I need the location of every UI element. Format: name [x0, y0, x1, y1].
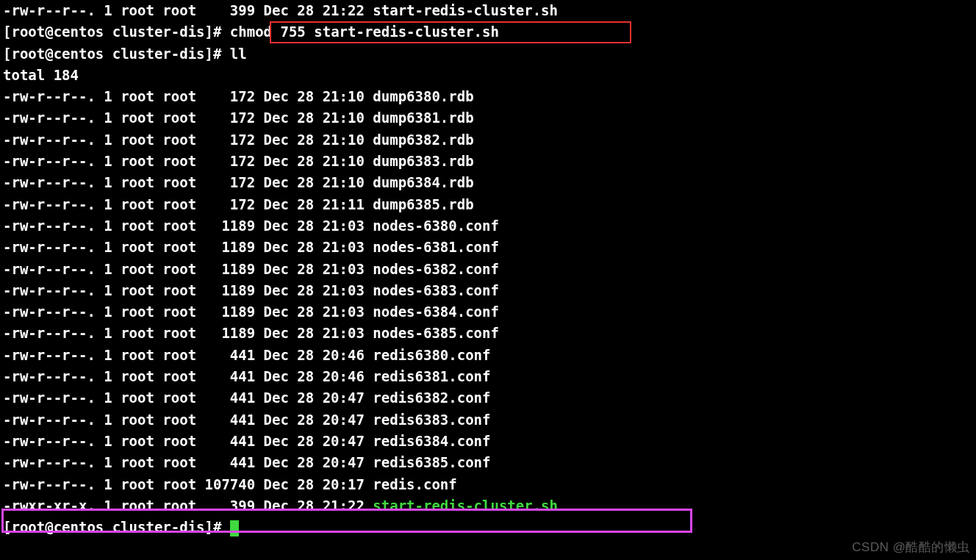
file-row: -rw-r--r--. 1 root root 172 Dec 28 21:11…	[3, 194, 973, 215]
shell-prompt: [root@centos cluster-dis]#	[3, 24, 230, 40]
cursor	[230, 520, 239, 536]
file-name: redis6380.conf	[373, 347, 490, 363]
total-line: total 184	[3, 65, 973, 86]
file-name: nodes-6381.conf	[373, 239, 499, 255]
prompt-line-chmod: [root@centos cluster-dis]# chmod 755 sta…	[3, 21, 973, 43]
file-row: -rw-r--r--. 1 root root 107740 Dec 28 20…	[3, 474, 973, 495]
file-name: dump6385.rdb	[373, 196, 473, 212]
file-name: dump6380.rdb	[373, 88, 473, 104]
file-row: -rwxr-xr-x. 1 root root 399 Dec 28 21:22…	[3, 495, 973, 517]
file-name: redis6381.conf	[373, 368, 490, 384]
file-name: nodes-6380.conf	[373, 218, 499, 234]
file-name: dump6384.rdb	[373, 174, 473, 190]
file-row: -rw-r--r--. 1 root root 441 Dec 28 20:47…	[3, 452, 973, 473]
shell-prompt: [root@centos cluster-dis]#	[3, 519, 230, 535]
shell-prompt: [root@centos cluster-dis]#	[3, 46, 230, 62]
file-name: dump6383.rdb	[373, 153, 473, 169]
file-name: nodes-6383.conf	[373, 282, 499, 298]
file-name: nodes-6382.conf	[373, 261, 499, 277]
file-row: -rw-r--r--. 1 root root 441 Dec 28 20:47…	[3, 409, 973, 431]
file-row: -rw-r--r--. 1 root root 441 Dec 28 20:46…	[3, 345, 973, 366]
terminal-output[interactable]: -rw-r--r--. 1 root root 399 Dec 28 21:22…	[0, 0, 976, 538]
file-row: -rw-r--r--. 1 root root 1189 Dec 28 21:0…	[3, 280, 973, 301]
file-row: -rw-r--r--. 1 root root 172 Dec 28 21:10…	[3, 86, 973, 107]
file-name: redis6384.conf	[373, 433, 490, 449]
file-name: dump6382.rdb	[373, 132, 473, 148]
prompt-line-ll: [root@centos cluster-dis]# ll	[3, 43, 973, 65]
file-name: dump6381.rdb	[373, 110, 473, 126]
file-row: -rw-r--r--. 1 root root 399 Dec 28 21:22…	[3, 0, 973, 21]
file-row: -rw-r--r--. 1 root root 1189 Dec 28 21:0…	[3, 259, 973, 280]
file-row: -rw-r--r--. 1 root root 441 Dec 28 20:47…	[3, 387, 973, 409]
command-ll: ll	[230, 46, 247, 62]
file-row: -rw-r--r--. 1 root root 172 Dec 28 21:10…	[3, 151, 973, 172]
prompt-line-current[interactable]: [root@centos cluster-dis]#	[3, 517, 973, 538]
file-row: -rw-r--r--. 1 root root 172 Dec 28 21:10…	[3, 172, 973, 193]
file-row: -rw-r--r--. 1 root root 441 Dec 28 20:46…	[3, 366, 973, 387]
watermark: CSDN @酷酷的懒虫	[852, 539, 970, 556]
file-row: -rw-r--r--. 1 root root 1189 Dec 28 21:0…	[3, 323, 973, 344]
file-name: redis.conf	[373, 476, 456, 492]
file-row: -rw-r--r--. 1 root root 1189 Dec 28 21:0…	[3, 237, 973, 258]
file-row: -rw-r--r--. 1 root root 441 Dec 28 20:47…	[3, 431, 973, 452]
file-row: -rw-r--r--. 1 root root 1189 Dec 28 21:0…	[3, 301, 973, 323]
file-name: nodes-6384.conf	[373, 304, 499, 320]
file-name: redis6385.conf	[373, 454, 490, 470]
file-name-executable: start-redis-cluster.sh	[373, 498, 558, 514]
file-name: redis6383.conf	[373, 412, 490, 428]
file-row: -rw-r--r--. 1 root root 1189 Dec 28 21:0…	[3, 215, 973, 237]
file-name: redis6382.conf	[373, 390, 490, 406]
command-chmod: chmod 755 start-redis-cluster.sh	[230, 24, 499, 40]
file-row: -rw-r--r--. 1 root root 172 Dec 28 21:10…	[3, 107, 973, 129]
file-row: -rw-r--r--. 1 root root 172 Dec 28 21:10…	[3, 129, 973, 151]
file-name: nodes-6385.conf	[373, 325, 499, 341]
file-name: start-redis-cluster.sh	[373, 2, 558, 18]
